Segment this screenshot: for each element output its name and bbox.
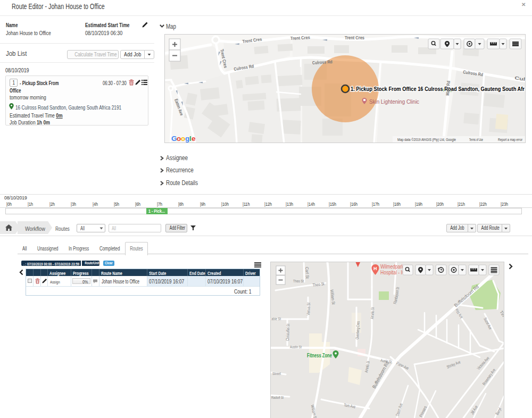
svg-text:Ametis St: Ametis St [370, 307, 375, 319]
svg-text:1. Pickup Stock From Office 16: 1. Pickup Stock From Office 16 Culross R… [351, 86, 525, 92]
svg-text:H: H [373, 266, 377, 271]
svg-text:Main Rd: Main Rd [445, 81, 451, 96]
svg-text:Theo St: Theo St [293, 279, 304, 283]
svg-text:Terms of Use: Terms of Use [469, 137, 483, 142]
svg-text:o: o [177, 135, 181, 143]
svg-text:Street: Street [272, 371, 281, 376]
svg-text:Trent Cres: Trent Cres [345, 35, 364, 40]
svg-text:Overberg Cres: Overberg Cres [355, 321, 361, 339]
svg-text:abie St: abie St [271, 316, 281, 321]
svg-text:Radloff St: Radloff St [271, 395, 284, 400]
svg-text:Skin Lightening Clinic: Skin Lightening Clinic [369, 99, 419, 105]
svg-text:Venus St: Venus St [306, 302, 311, 315]
svg-text:Hospital - IC: Hospital - IC [380, 269, 405, 275]
svg-text:G: G [171, 135, 177, 143]
svg-text:Fitness Zone: Fitness Zone [307, 352, 332, 358]
svg-text:Report a map error: Report a map error [498, 137, 522, 142]
svg-text:Austin St: Austin St [290, 345, 302, 349]
svg-text:Carl St: Carl St [304, 267, 310, 279]
svg-text:Trent Cres: Trent Cres [290, 35, 311, 41]
svg-text:e: e [192, 135, 196, 143]
svg-text:o: o [181, 135, 185, 143]
svg-text:Christoffel St: Christoffel St [285, 323, 290, 341]
svg-text:g: g [185, 135, 189, 143]
svg-text:Culross Rd: Culross Rd [312, 59, 332, 65]
svg-text:Map data ©2019 AfriGIS (Pty) L: Map data ©2019 AfriGIS (Pty) Ltd, Google [397, 137, 456, 142]
